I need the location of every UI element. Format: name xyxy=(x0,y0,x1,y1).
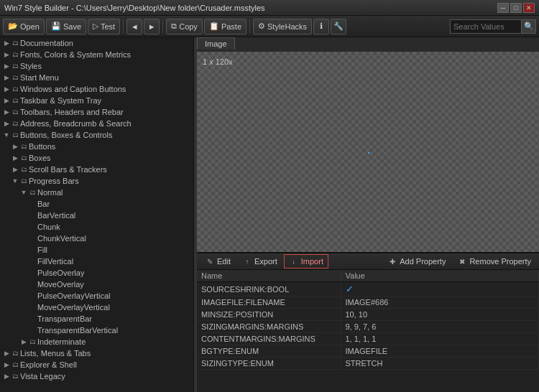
search-button[interactable]: 🔍 xyxy=(522,19,536,34)
table-row[interactable]: SIZINGTYPE:ENUMSTRETCH xyxy=(197,358,539,370)
sidebar-label-progress-bars: Progress Bars xyxy=(29,177,79,185)
maximize-button[interactable]: □ xyxy=(510,3,522,13)
sidebar-item-documentation[interactable]: ▶🗂Documentation xyxy=(0,37,193,49)
sidebar-item-styles[interactable]: ▶🗂Styles xyxy=(0,60,193,72)
import-button[interactable]: ↓ Import xyxy=(284,254,328,269)
cursor-indicator xyxy=(368,152,369,154)
back-button[interactable]: ◄ xyxy=(126,19,142,34)
sidebar-item-pulseoverlay[interactable]: PulseOverlay xyxy=(0,267,193,279)
sidebar-item-boxes[interactable]: ▶🗂Boxes xyxy=(0,152,193,164)
sidebar-item-normal[interactable]: ▼🗂Normal xyxy=(0,187,193,198)
sidebar-item-address[interactable]: ▶🗂Address, Breadcrumb & Search xyxy=(0,118,193,129)
stylehacks-button[interactable]: ⚙ StyleHacks xyxy=(253,19,312,34)
table-row[interactable]: BGTYPE:ENUMIMAGEFILE xyxy=(197,345,539,358)
table-row[interactable]: SIZINGMARGINS:MARGINS9, 9, 7, 6 xyxy=(197,321,539,333)
sidebar-label-moveoverlayvertical: MoveOverlayVertical xyxy=(37,303,110,312)
title-bar-controls: ─ □ ✕ xyxy=(497,3,535,13)
title-bar-text: Win7 Style Builder - C:\Users\Jerry\Desk… xyxy=(4,4,265,12)
sidebar-label-scrollbars: Scroll Bars & Trackers xyxy=(29,165,107,174)
tree-arrow-progress-bars: ▼ xyxy=(11,177,19,185)
bottom-toolbar: ✎ Edit ↑ Export ↓ Import ✚ Add Property … xyxy=(197,253,539,270)
minimize-button[interactable]: ─ xyxy=(497,3,509,13)
tree-arrow-boxes: ▶ xyxy=(11,154,19,162)
tree-arrow-vista-legacy: ▶ xyxy=(3,373,10,380)
tree-icon-buttons-boxes: 🗂 xyxy=(11,131,19,139)
sidebar-item-start-menu[interactable]: ▶🗂Start Menu xyxy=(0,72,193,83)
table-row[interactable]: CONTENTMARGINS:MARGINS1, 1, 1, 1 xyxy=(197,333,539,345)
sidebar-item-fonts-colors[interactable]: ▶🗂Fonts, Colors & System Metrics xyxy=(0,49,193,60)
sidebar-label-toolbars: Toolbars, Headers and Rebar xyxy=(20,108,124,116)
sidebar-item-fill[interactable]: Fill xyxy=(0,244,193,256)
sidebar-item-pulseoverlayvertical[interactable]: PulseOverlayVertical xyxy=(0,290,193,302)
sidebar-item-toolbars[interactable]: ▶🗂Toolbars, Headers and Rebar xyxy=(0,106,193,118)
sidebar-item-vista-legacy[interactable]: ▶🗂Vista Legacy xyxy=(0,370,193,382)
sidebar-label-documentation: Documentation xyxy=(20,39,73,47)
sidebar-label-windows-caption: Windows and Caption Buttons xyxy=(20,85,126,93)
sidebar-item-transparentbarvertical[interactable]: TransparentBarVertical xyxy=(0,325,193,336)
col-header-name: Name xyxy=(197,270,341,282)
test-button[interactable]: ▷ Test xyxy=(88,19,120,34)
sidebar-item-windows-caption[interactable]: ▶🗂Windows and Caption Buttons xyxy=(0,83,193,95)
sidebar-item-buttons[interactable]: ▶🗂Buttons xyxy=(0,141,193,152)
sidebar-item-indeterminate[interactable]: ▶🗂Indeterminate xyxy=(0,336,193,347)
properties-table: Name Value SOURCESHRINK:BOOL✓IMAGEFILE:F… xyxy=(197,270,539,370)
main-layout: ▶🗂Documentation▶🗂Fonts, Colors & System … xyxy=(0,37,539,392)
sidebar-item-scrollbars[interactable]: ▶🗂Scroll Bars & Trackers xyxy=(0,164,193,175)
sidebar-item-taskbar[interactable]: ▶🗂Taskbar & System Tray xyxy=(0,95,193,106)
info-button[interactable]: ℹ xyxy=(313,19,329,34)
tree-icon-progress-bars: 🗂 xyxy=(20,177,27,185)
toolbar-separator-1 xyxy=(123,19,124,34)
sidebar-label-bar: Bar xyxy=(37,200,50,208)
sidebar-label-chunkvertical: ChunkVertical xyxy=(37,234,86,243)
remove-property-button[interactable]: ✖ Remove Property xyxy=(452,254,536,269)
sidebar-item-moveoverlayvertical[interactable]: MoveOverlayVertical xyxy=(0,302,193,313)
table-row[interactable]: MINSIZE:POSITION10, 10 xyxy=(197,309,539,321)
stylehacks-icon: ⚙ xyxy=(258,22,265,31)
add-property-button[interactable]: ✚ Add Property xyxy=(382,254,451,269)
edit-icon: ✎ xyxy=(205,256,215,266)
sidebar-label-moveoverlay: MoveOverlay xyxy=(37,280,84,289)
export-button[interactable]: ↑ Export xyxy=(237,254,282,269)
tree-icon-fonts-colors: 🗂 xyxy=(11,51,19,58)
sidebar-item-bar[interactable]: Bar xyxy=(0,198,193,210)
tree-arrow-taskbar: ▶ xyxy=(3,97,10,104)
tree-arrow-fonts-colors: ▶ xyxy=(3,51,10,58)
tree-icon-toolbars: 🗂 xyxy=(11,108,19,116)
tree-arrow-buttons-boxes: ▼ xyxy=(3,131,10,139)
sidebar-item-chunk[interactable]: Chunk xyxy=(0,221,193,233)
search-input[interactable] xyxy=(450,19,522,34)
tree-icon-taskbar: 🗂 xyxy=(11,97,19,104)
tree-icon-windows-caption: 🗂 xyxy=(11,85,19,93)
edit-button[interactable]: ✎ Edit xyxy=(200,254,236,269)
folder-icon: 📂 xyxy=(8,22,18,31)
sidebar-item-barvertical[interactable]: BarVertical xyxy=(0,210,193,221)
forward-button[interactable]: ► xyxy=(144,19,160,34)
sidebar-item-fillvertical[interactable]: FillVertical xyxy=(0,256,193,267)
prop-value-3: 9, 9, 7, 6 xyxy=(341,321,539,333)
open-button[interactable]: 📂 Open xyxy=(3,19,45,34)
table-row[interactable]: SOURCESHRINK:BOOL✓ xyxy=(197,282,539,297)
sidebar-item-explorer-shell[interactable]: ▶🗂Explorer & Shell xyxy=(0,359,193,370)
sidebar-item-lists-menus[interactable]: ▶🗂Lists, Menus & Tabs xyxy=(0,347,193,359)
sidebar-label-fill: Fill xyxy=(37,246,47,254)
sidebar-item-chunkvertical[interactable]: ChunkVertical xyxy=(0,233,193,244)
close-button[interactable]: ✕ xyxy=(523,3,535,13)
sidebar-item-progress-bars[interactable]: ▼🗂Progress Bars xyxy=(0,175,193,187)
tree-icon-vista-legacy: 🗂 xyxy=(11,373,19,380)
prop-value-5: IMAGEFILE xyxy=(341,345,539,358)
table-row[interactable]: IMAGEFILE:FILENAMEIMAGE#686 xyxy=(197,297,539,309)
sidebar-label-boxes: Boxes xyxy=(29,154,51,162)
image-tab[interactable]: Image xyxy=(197,37,235,50)
sidebar-label-chunk: Chunk xyxy=(37,223,60,231)
sidebar-label-start-menu: Start Menu xyxy=(20,73,59,82)
wrench-button[interactable]: 🔧 xyxy=(331,19,346,34)
paste-button[interactable]: 📋 Paste xyxy=(204,19,247,34)
sidebar-item-buttons-boxes[interactable]: ▼🗂Buttons, Boxes & Controls xyxy=(0,129,193,141)
tree-icon-scrollbars: 🗂 xyxy=(20,166,27,173)
sidebar-label-buttons-boxes: Buttons, Boxes & Controls xyxy=(20,131,112,139)
sidebar-item-transparentbar[interactable]: TransparentBar xyxy=(0,313,193,325)
search-box: 🔍 xyxy=(450,19,536,34)
sidebar-item-moveoverlay[interactable]: MoveOverlay xyxy=(0,279,193,290)
copy-button[interactable]: ⧉ Copy xyxy=(166,19,203,34)
save-button[interactable]: 💾 Save xyxy=(46,19,86,34)
